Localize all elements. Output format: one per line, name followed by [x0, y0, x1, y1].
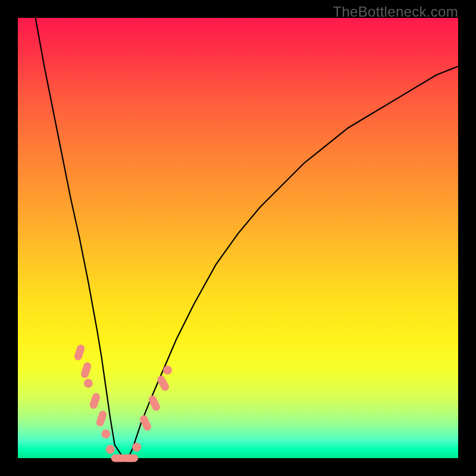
data-marker — [89, 392, 101, 410]
data-marker — [122, 455, 138, 462]
data-marker — [132, 443, 141, 452]
data-marker — [95, 410, 108, 428]
data-marker — [84, 379, 93, 388]
marker-group — [73, 344, 172, 462]
data-marker — [73, 344, 86, 362]
data-marker — [106, 445, 115, 454]
chart-frame: TheBottleneck.com — [0, 0, 476, 476]
chart-svg — [18, 18, 458, 458]
bottleneck-curve — [36, 18, 458, 458]
data-marker — [163, 366, 172, 375]
data-marker — [102, 430, 111, 439]
data-marker — [80, 361, 92, 379]
plot-area — [18, 18, 458, 458]
